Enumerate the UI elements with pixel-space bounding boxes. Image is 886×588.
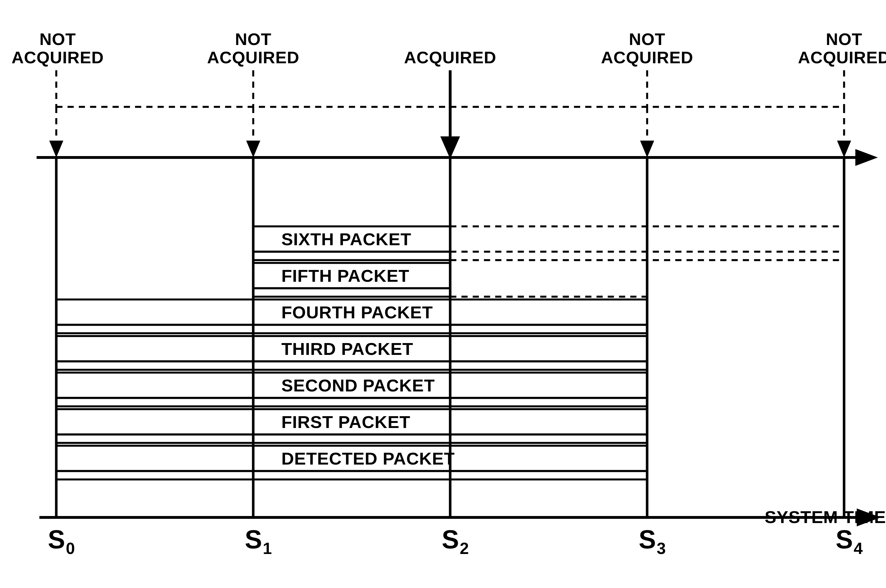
- status-label-s2: ACQUIRED: [404, 48, 496, 67]
- tick-label-s2: S 2: [442, 525, 469, 557]
- label-sixth-packet: SIXTH PACKET: [281, 230, 411, 249]
- svg-marker-1: [49, 141, 63, 158]
- label-third-packet: THIRD PACKET: [281, 339, 413, 358]
- system-time-axis: SYSTEM TIME: [39, 507, 886, 527]
- row-fifth-packet: FIFTH PACKET: [253, 263, 647, 297]
- tick-s1-s: S: [245, 525, 262, 554]
- label-first-packet: FIRST PACKET: [281, 412, 410, 432]
- svg-rect-29: [56, 471, 647, 480]
- status-s1-line2: ACQUIRED: [207, 48, 299, 67]
- svg-rect-27: [56, 435, 647, 443]
- status-arrow-s2: [440, 70, 460, 159]
- svg-rect-23: [56, 362, 647, 370]
- status-s3-line2: ACQUIRED: [601, 48, 693, 67]
- tick-s0-s: S: [48, 525, 65, 554]
- status-label-s4: NOT ACQUIRED: [798, 30, 886, 67]
- diagram-svg: NOT ACQUIRED NOT ACQUIRED ACQUIRED NOT A…: [0, 0, 886, 588]
- tick-label-s0: S 0: [48, 525, 75, 557]
- status-s0-line2: ACQUIRED: [12, 48, 104, 67]
- tick-s0-sub: 0: [66, 539, 75, 557]
- row-fourth-packet: FOURTH PACKET: [56, 300, 647, 333]
- status-arrow-s1: [246, 107, 260, 158]
- row-third-packet: THIRD PACKET: [56, 336, 647, 370]
- status-s1-line1: NOT: [235, 30, 272, 49]
- label-fifth-packet: FIFTH PACKET: [281, 266, 409, 285]
- axis-label: SYSTEM TIME: [765, 507, 886, 527]
- upper-time-axis: [37, 149, 878, 166]
- svg-marker-5: [640, 141, 654, 158]
- tick-s3-sub: 3: [657, 539, 666, 557]
- status-s0-line1: NOT: [39, 30, 76, 49]
- row-detected-packet: DETECTED PACKET: [56, 446, 647, 480]
- status-label-s0: NOT ACQUIRED: [12, 30, 104, 67]
- tick-s1-sub: 1: [263, 539, 272, 557]
- status-label-s1: NOT ACQUIRED: [207, 30, 299, 67]
- svg-marker-11: [855, 149, 878, 166]
- label-fourth-packet: FOURTH PACKET: [281, 303, 433, 322]
- status-arrow-s0: [49, 107, 63, 158]
- status-label-s3: NOT ACQUIRED: [601, 30, 693, 67]
- svg-marker-7: [837, 141, 851, 158]
- label-second-packet: SECOND PACKET: [281, 376, 435, 395]
- status-arrow-s4: [837, 107, 851, 158]
- svg-rect-13: [253, 252, 450, 260]
- tick-label-s4: S 4: [836, 525, 863, 557]
- row-second-packet: SECOND PACKET: [56, 373, 647, 406]
- svg-marker-9: [440, 136, 460, 159]
- row-first-packet: FIRST PACKET: [56, 409, 647, 443]
- status-arrow-s3: [640, 107, 654, 158]
- status-s2-line1: ACQUIRED: [404, 48, 496, 67]
- tick-s4-s: S: [836, 525, 853, 554]
- tick-s4-sub: 4: [854, 539, 863, 557]
- status-s4-line2: ACQUIRED: [798, 48, 886, 67]
- svg-rect-18: [253, 288, 450, 297]
- tick-label-s3: S 3: [639, 525, 666, 557]
- tick-label-s1: S 1: [245, 525, 272, 557]
- diagram-root: NOT ACQUIRED NOT ACQUIRED ACQUIRED NOT A…: [0, 0, 886, 588]
- tick-s2-s: S: [442, 525, 459, 554]
- tick-s2-sub: 2: [460, 539, 469, 557]
- label-detected-packet: DETECTED PACKET: [281, 449, 455, 468]
- svg-rect-25: [56, 398, 647, 406]
- row-sixth-packet: SIXTH PACKET: [253, 226, 844, 260]
- tick-s3-s: S: [639, 525, 656, 554]
- status-s3-line1: NOT: [629, 30, 665, 49]
- svg-marker-3: [246, 141, 260, 158]
- svg-rect-21: [56, 325, 647, 333]
- status-s4-line1: NOT: [826, 30, 862, 49]
